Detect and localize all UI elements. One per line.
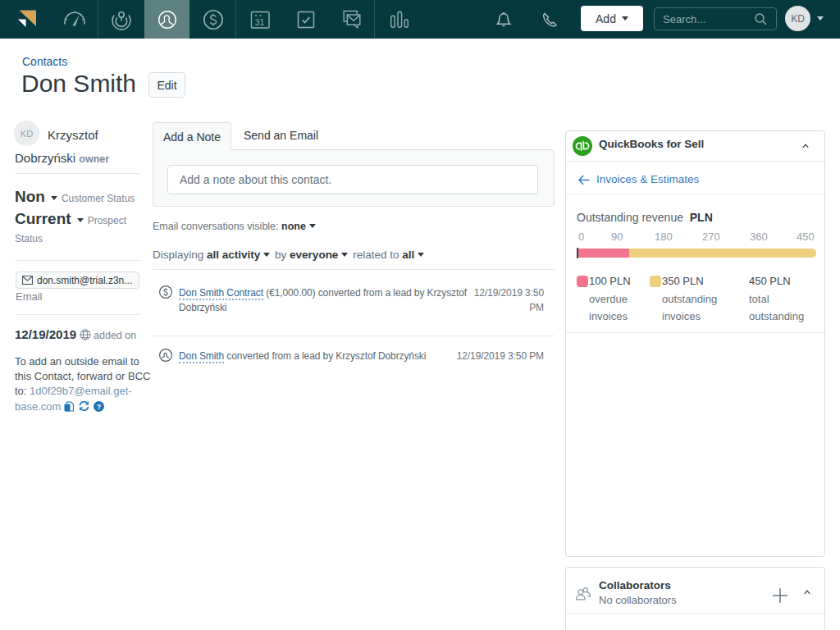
svg-text:?: ? (97, 402, 102, 410)
svg-text:31: 31 (255, 16, 265, 26)
